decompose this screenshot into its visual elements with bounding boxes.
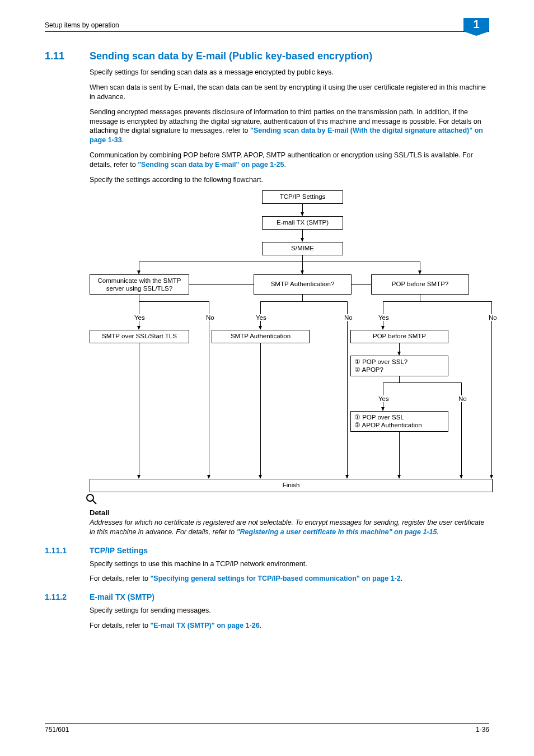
flow-line (383, 382, 461, 383)
flow-label-yes: Yes (377, 395, 390, 402)
text: . (437, 528, 438, 536)
magnifier-icon (85, 493, 97, 505)
flow-arrow (139, 468, 139, 478)
flow-line (209, 301, 209, 478)
flow-node-pop2-a: ① POP over SSL ② APOP Authentication (350, 411, 448, 432)
subsection-number: 1.11.1 (45, 546, 90, 555)
flow-arrow (347, 468, 348, 478)
section-heading: 1.11Sending scan data by E-mail (Public … (45, 50, 489, 62)
flow-arrow (209, 468, 209, 478)
paragraph: Communication by combining POP before SM… (90, 151, 489, 170)
flow-node-pop2-q: ① POP over SSL? ② APOP? (350, 356, 448, 377)
flow-label-no: No (457, 395, 468, 402)
flow-line (139, 262, 420, 262)
flow-node-ssl-a: SMTP over SSL/Start TLS (90, 330, 189, 343)
text: ① POP over SSL? (354, 358, 407, 365)
subsection-heading: 1.11.2E-mail TX (SMTP) (45, 592, 489, 601)
paragraph: For details, refer to "Specifying genera… (90, 574, 489, 584)
xref-link[interactable]: "Sending scan data by E-mail" on page 1-… (138, 161, 284, 169)
flow-node-pop-a: POP before SMTP (350, 330, 448, 343)
footer-right: 1-36 (476, 726, 489, 734)
detail-block: Detail Addresses for which no certificat… (90, 508, 489, 537)
section-number: 1.11 (45, 50, 90, 62)
paragraph: For details, refer to "E-mail TX (SMTP)"… (90, 621, 489, 631)
flow-label-yes: Yes (255, 314, 268, 321)
flow-line (383, 301, 491, 302)
flow-line (189, 284, 254, 285)
flow-node-smtp: E-mail TX (SMTP) (262, 216, 343, 230)
flow-node-ssl-q: Communicate with the SMTP server using S… (90, 274, 189, 295)
flow-line (260, 301, 347, 302)
flow-label-yes: Yes (133, 314, 146, 321)
flow-arrow (399, 468, 400, 478)
flow-node-tcpip: TCP/IP Settings (262, 190, 343, 204)
flow-line (139, 343, 139, 478)
flow-arrow (420, 262, 420, 274)
flow-arrow (302, 229, 303, 241)
paragraph: When scan data is sent by E-mail, the sc… (90, 83, 489, 102)
page-footer: 751/601 1-36 (45, 723, 489, 734)
text: . (284, 161, 285, 169)
flow-label-no: No (205, 314, 216, 321)
flow-line (139, 295, 139, 301)
paragraph: Sending encrypted messages prevents disc… (90, 108, 489, 146)
detail-label: Detail (90, 508, 489, 517)
text: . (260, 622, 261, 629)
flow-node-auth-q: SMTP Authentication? (254, 274, 352, 295)
flow-arrow (491, 468, 492, 478)
page-body: 1.11Sending scan data by E-mail (Public … (45, 50, 489, 636)
svg-point-0 (87, 494, 93, 501)
flow-node-finish: Finish (90, 479, 493, 492)
paragraph: Specify the settings according to the fo… (90, 175, 489, 185)
flow-node-pop-q: POP before SMTP? (371, 274, 469, 295)
subsection-title: TCP/IP Settings (90, 546, 148, 555)
flow-line (302, 255, 303, 262)
flow-line (491, 301, 492, 478)
flow-node-auth-a: SMTP Authentication (212, 330, 310, 343)
breadcrumb: Setup items by operation (45, 21, 119, 31)
page: Setup items by operation 1 1.11Sending s… (0, 0, 534, 756)
flow-arrow (399, 343, 400, 355)
flow-label-yes: Yes (377, 314, 390, 321)
footer-left: 751/601 (45, 726, 69, 734)
flow-line (420, 295, 420, 301)
text: For details, refer to (90, 622, 150, 629)
subsection-title: E-mail TX (SMTP) (90, 592, 154, 601)
subsection-heading: 1.11.1TCP/IP Settings (45, 546, 489, 555)
flow-arrow (461, 468, 462, 478)
page-header: Setup items by operation 1 (45, 16, 489, 32)
subsection-number: 1.11.2 (45, 592, 90, 601)
flow-line (139, 301, 209, 302)
section-title: Sending scan data by E-mail (Public key-… (90, 50, 372, 62)
flow-arrow (302, 203, 303, 216)
flow-label-no: No (488, 314, 498, 321)
text: ① POP over SSL (354, 414, 404, 421)
xref-link[interactable]: "E-mail TX (SMTP)" on page 1-26 (150, 622, 259, 629)
xref-link[interactable]: "Registering a user certificate in this … (237, 528, 437, 536)
text: . (401, 575, 402, 582)
text: For details, refer to (90, 575, 150, 582)
text: . (122, 136, 124, 144)
flow-line (260, 343, 261, 478)
flow-node-smime: S/MIME (262, 242, 343, 255)
detail-text: Addresses for which no certificate is re… (90, 518, 489, 537)
flow-line (399, 376, 400, 382)
flow-line (302, 295, 303, 301)
svg-line-1 (93, 500, 97, 504)
flow-arrow (302, 262, 303, 274)
text: ② APOP? (354, 366, 383, 373)
flow-line (347, 301, 348, 478)
xref-link[interactable]: "Specifying general settings for TCP/IP-… (150, 575, 400, 582)
flow-arrow (139, 262, 139, 274)
paragraph: Specify settings for sending messages. (90, 606, 489, 615)
flow-label-no: No (343, 314, 354, 321)
flow-line (352, 284, 371, 285)
flowchart: TCP/IP Settings E-mail TX (SMTP) S/MIME … (90, 190, 489, 493)
flow-arrow (260, 468, 261, 478)
text: ② APOP Authentication (354, 422, 422, 428)
chapter-number: 1 (473, 18, 479, 30)
paragraph: Specify settings to use this machine in … (90, 559, 489, 569)
chapter-tab: 1 (463, 18, 489, 31)
paragraph: Specify settings for sending scan data a… (90, 68, 489, 77)
